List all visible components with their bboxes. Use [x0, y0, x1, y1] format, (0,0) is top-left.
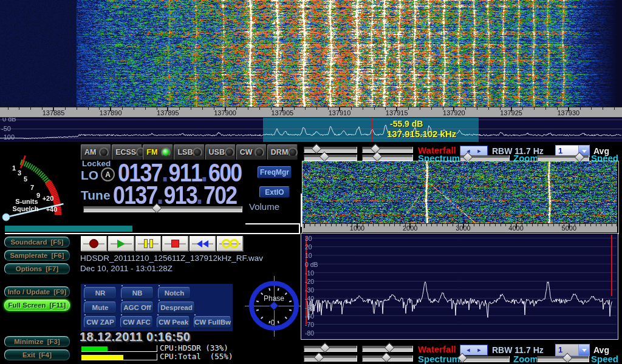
recording-filename: HDSDR_20111210_125611Z_137912kHz_RF.wav — [80, 254, 263, 263]
waterfall-contrast-slider[interactable] — [304, 346, 357, 352]
dsp-row: NRNBNotch — [84, 287, 191, 299]
frequency-digit[interactable]: 1 — [191, 163, 202, 182]
dsp-button-notch[interactable]: Notch — [158, 287, 191, 299]
dropdown-arrow-icon[interactable] — [578, 345, 589, 356]
spectrum-range-slider[interactable] — [304, 356, 357, 362]
slider-thumb[interactable] — [384, 343, 395, 353]
spectrum-offset-slider[interactable] — [362, 155, 413, 161]
arrow-left-icon[interactable]: ◄ — [466, 347, 471, 353]
frequency-digit[interactable]: 1 — [129, 163, 140, 182]
dsp-button-cw-fullbw[interactable]: CW FullBw — [194, 316, 231, 328]
button-soundcard[interactable]: Soundcard[F5] — [4, 237, 70, 248]
frequency-tick-label: 137920 — [443, 109, 465, 116]
frequency-tick-label: 137910 — [329, 109, 351, 116]
dsp-button-agc-off[interactable]: AGC Off — [121, 302, 154, 314]
main-spectrum[interactable]: 0 dB-50-100 -55.9 dB 137.915.102 kHz — [0, 118, 622, 142]
slider-thumb[interactable] — [319, 152, 329, 162]
audio-tick-label: 5000 — [562, 224, 576, 232]
main-spectrum-trace — [0, 118, 622, 142]
arrow-right-icon[interactable]: ► — [477, 148, 482, 154]
freqmgr-button[interactable]: FreqMgr — [258, 166, 292, 178]
frequency-tick-label: 137915 — [386, 109, 408, 116]
slider-thumb[interactable] — [381, 352, 392, 363]
mode-label: AM — [84, 148, 96, 157]
frequency-digit[interactable]: 6 — [208, 163, 219, 182]
frequency-digit[interactable]: 1 — [180, 163, 191, 182]
phase-label: Phase — [264, 294, 284, 303]
slider-thumb[interactable] — [311, 144, 321, 154]
stop-button[interactable] — [162, 236, 188, 251]
audio-spectrum-section[interactable]: 3020100 dB-10-20-30-40-50-60-70-80 — [301, 233, 618, 340]
play-button[interactable] — [108, 236, 134, 251]
dsp-button-cw-zap[interactable]: CW ZAP — [84, 316, 117, 328]
button-exit[interactable]: Exit[F4] — [4, 349, 70, 360]
spectrum-offset-slider[interactable] — [362, 356, 413, 362]
digit-separator[interactable] — [198, 200, 202, 204]
slider-thumb[interactable] — [372, 152, 382, 162]
cpu-total-label: CPU:Total (55%) — [160, 352, 233, 361]
frequency-digit[interactable]: 0 — [230, 163, 241, 182]
mode-button-am[interactable]: AM — [81, 144, 111, 160]
speed-slider[interactable] — [537, 356, 589, 362]
frequency-digit[interactable]: 2 — [225, 186, 236, 204]
waterfall-contrast-slider[interactable] — [304, 147, 357, 153]
waterfall-brightness-slider[interactable] — [362, 147, 413, 153]
frequency-digit[interactable]: 9 — [164, 186, 175, 204]
frequency-digit[interactable]: 1 — [175, 186, 186, 204]
record-button[interactable] — [81, 236, 107, 251]
dsp-button-nb[interactable]: NB — [121, 287, 154, 299]
frequency-digit[interactable]: 7 — [203, 186, 214, 204]
frequency-digit[interactable]: 7 — [146, 186, 157, 204]
waterfall-brightness-slider[interactable] — [362, 346, 413, 352]
frequency-digit[interactable]: 9 — [169, 163, 180, 182]
frequency-digit[interactable]: 0 — [113, 186, 124, 204]
slider-thumb[interactable] — [320, 343, 330, 353]
loop-button[interactable] — [217, 236, 243, 251]
frequency-digit[interactable]: 0 — [214, 186, 225, 204]
frequency-digit[interactable]: 1 — [124, 186, 135, 204]
dsp-button-nr[interactable]: NR — [84, 287, 117, 299]
recording-datestamp: Dec 10, 2011 - 13:01:28Z — [80, 264, 173, 273]
slider-thumb[interactable] — [314, 352, 324, 363]
button-samplerate[interactable]: Samplerate[F6] — [4, 250, 70, 261]
tune-frequency-display[interactable]: 0137913702 — [113, 186, 237, 204]
dsp-button-mute[interactable]: Mute — [84, 302, 117, 314]
main-waterfall[interactable] — [0, 0, 622, 107]
dsp-button-cw-afc[interactable]: CW AFC — [120, 316, 153, 328]
lo-frequency-display[interactable]: 0137911600 — [118, 163, 242, 182]
button-full-screen[interactable]: Full Screen[F11] — [4, 300, 70, 311]
phase-indicator[interactable] — [245, 276, 303, 337]
audio-spectrum — [301, 234, 617, 338]
dsp-button-despread[interactable]: Despread — [158, 302, 195, 314]
s-units-label: S-units — [15, 198, 38, 205]
button-minimize[interactable]: Minimize[F3] — [4, 336, 70, 347]
lo-label: LO — [81, 168, 98, 183]
frequency-digit[interactable]: 3 — [140, 163, 151, 182]
mode-button-drm[interactable]: DRM — [267, 144, 298, 160]
button-info-update[interactable]: Info / Update[F9] — [4, 286, 70, 297]
rewind-button[interactable] — [190, 236, 216, 251]
frequency-digit[interactable]: 0 — [118, 163, 129, 182]
mode-label: USB — [209, 148, 225, 157]
arrow-right-icon[interactable]: ► — [477, 347, 482, 353]
spectrum-range-slider[interactable] — [304, 155, 357, 161]
pause-button[interactable] — [135, 236, 162, 251]
frequency-digit[interactable]: 3 — [135, 186, 146, 204]
slider-thumb[interactable] — [370, 144, 380, 154]
frequency-digit[interactable]: 0 — [219, 163, 230, 182]
play-icon — [117, 240, 125, 248]
volume-slider[interactable] — [83, 206, 242, 212]
dsp-button-cw-peak[interactable]: CW Peak — [157, 316, 190, 328]
zoom-slider[interactable] — [460, 356, 510, 362]
avg-select[interactable]: 1 — [555, 344, 590, 356]
extio-button[interactable]: ExtIO — [259, 186, 290, 198]
digit-separator[interactable] — [158, 200, 162, 204]
button-options[interactable]: Options[F7] — [4, 263, 70, 274]
frequency-digit[interactable]: 3 — [186, 186, 197, 204]
squelch-level-meter[interactable] — [5, 224, 300, 234]
rbw-stepper[interactable]: ◄► — [460, 345, 488, 356]
s-meter-scale-label: +40 — [46, 206, 58, 213]
frequency-digit[interactable]: 7 — [151, 163, 162, 182]
audio-waterfall[interactable] — [302, 161, 617, 223]
auto-lo-badge[interactable]: A — [101, 167, 115, 181]
